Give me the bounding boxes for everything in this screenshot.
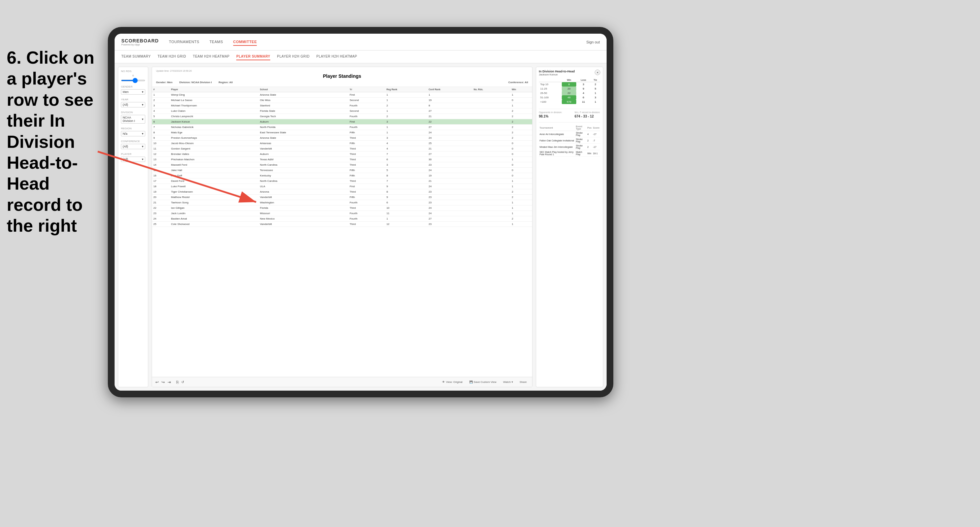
table-row[interactable]: 9 Preston Summerhays Arizona State Third… xyxy=(152,135,532,141)
filter-conference-label: Conference xyxy=(121,140,145,143)
filter-no-rds-label: No Rds. xyxy=(121,70,145,73)
table-row[interactable]: 8 Mats Ege East Tennessee State Fifth 1 … xyxy=(152,130,532,135)
col-win: Win xyxy=(510,87,532,92)
watch-btn[interactable]: Watch ▾ xyxy=(501,380,515,384)
h2h-row: 51-100 46 6 3 xyxy=(539,95,600,100)
tablet-screen: SCOREBOARD Powered by clippi TOURNAMENTS… xyxy=(115,34,606,390)
sub-nav-team-summary[interactable]: TEAM SUMMARY xyxy=(121,53,151,60)
col-event-type: Event Type xyxy=(575,125,587,131)
filter-year-value[interactable]: (All) ▾ xyxy=(121,102,145,108)
view-original-btn[interactable]: 👁 View: Original xyxy=(440,380,465,384)
table-row[interactable]: 6 Jackson Koivun Auburn First 3 22 2 xyxy=(152,119,532,125)
copy-btn[interactable]: ⎘ xyxy=(176,380,178,384)
h2h-table: Win Loss Tie Top 10 8 3 2 11-25 20 9 5 2… xyxy=(539,78,600,104)
nav-committee[interactable]: COMMITTEE xyxy=(233,38,257,46)
col-pos: Pos xyxy=(587,125,592,131)
filter-conference: Conference (All) ▾ xyxy=(121,140,145,149)
table-row[interactable]: 13 Phichaksn Maichon Texas A&M Third 6 3… xyxy=(152,157,532,162)
table-row[interactable]: 22 Ian Gilligan Florida Third 10 24 1 xyxy=(152,205,532,211)
center-panel: Update time: 27/03/2024 16:56:26 Player … xyxy=(152,67,533,387)
wlt-label: W-L-T record in-division: xyxy=(574,111,600,113)
sub-nav-player-summary[interactable]: PLAYER SUMMARY xyxy=(236,53,270,60)
table-row[interactable]: 20 Matthew Riedel Vanderbilt Fifth 9 23 … xyxy=(152,195,532,200)
sub-nav: TEAM SUMMARY TEAM H2H GRID TEAM H2H HEAT… xyxy=(115,51,606,63)
sub-nav-team-h2h-heatmap[interactable]: TEAM H2H HEATMAP xyxy=(193,53,229,60)
table-row[interactable]: 11 Gordon Sargent Vanderbilt Third 4 21 … xyxy=(152,146,532,152)
player-table: # Player School Yr Reg Rank Conf Rank No… xyxy=(152,87,532,377)
sub-nav-team-h2h-grid[interactable]: TEAM H2H GRID xyxy=(158,53,186,60)
tablet-frame: SCOREBOARD Powered by clippi TOURNAMENTS… xyxy=(108,27,613,397)
filter-player-value[interactable]: (All) ▾ xyxy=(121,157,145,162)
filter-year: Year (All) ▾ xyxy=(121,98,145,108)
col-reg-rank: Reg Rank xyxy=(385,87,427,92)
table-row[interactable]: 15 Jake Hall Tennessee Fifth 5 24 0 xyxy=(152,168,532,173)
logo-area: SCOREBOARD Powered by clippi xyxy=(121,38,159,46)
save-custom-btn[interactable]: 💾 Save Custom View xyxy=(468,380,498,384)
main-content: No Rds. 6 Gender Men ▾ Year (All) ▾ xyxy=(115,63,606,390)
table-row[interactable]: 1 Wenyi Ding Arizona State First 1 1 1 xyxy=(152,92,532,98)
stats-row: Opponents in division: 98.1% W-L-T recor… xyxy=(539,111,600,118)
table-row[interactable]: 10 Jacob Mou-Olesen Arkansas Fifth 4 25 … xyxy=(152,141,532,146)
col-conf-rank: Conf Rank xyxy=(427,87,473,92)
redo-btn[interactable]: ↪ xyxy=(161,380,165,384)
record: 674 - 33 - 12 xyxy=(574,114,600,118)
reset-btn[interactable]: ↺ xyxy=(181,380,184,384)
tournament-table: Tournament Event Type Pos Score Amer Ari… xyxy=(539,125,600,157)
nav-tournaments[interactable]: TOURNAMENTS xyxy=(169,38,199,46)
undo-btn[interactable]: ↩ xyxy=(155,380,159,384)
col-score: Score xyxy=(592,125,600,131)
table-row[interactable]: 18 Luke Powell ULA First 9 24 1 xyxy=(152,184,532,189)
update-time: Update time: 27/03/2024 16:56:26 xyxy=(156,70,528,72)
table-row[interactable]: 2 Michael La Sasso Ole Miss Second 1 19 … xyxy=(152,98,532,103)
filter-gender-value[interactable]: Men ▾ xyxy=(121,89,145,95)
h2h-row: 11-25 20 9 5 xyxy=(539,87,600,91)
share-btn[interactable]: Share xyxy=(518,380,529,384)
table-row[interactable]: 19 Tiger Christiansen Arizona Third 8 23… xyxy=(152,189,532,195)
table-row[interactable]: 7 Nicholas Gabrelcik North Florida Fourt… xyxy=(152,125,532,130)
filter-region-value[interactable]: N/a ▾ xyxy=(121,131,145,137)
table-row[interactable]: 5 Christo Lamprecht Georgia Tech Fourth … xyxy=(152,114,532,119)
h2h-header: In Division Head-to-Head Jackson Koivun … xyxy=(539,70,600,76)
table-row[interactable]: 23 Jack Lundin Missouri Fourth 11 24 1 xyxy=(152,211,532,216)
tournament-row: SEC Match Play hosted by Jerry Pate Roun… xyxy=(539,150,600,157)
nav-teams[interactable]: TEAMS xyxy=(209,38,223,46)
table-row[interactable]: 3 Michael Thorbjornsen Stanford Fourth 2… xyxy=(152,103,532,108)
h2h-title: In Division Head-to-Head xyxy=(539,70,575,73)
filter-division-value[interactable]: NCAA Division I ▾ xyxy=(121,115,145,124)
filter-row: Gender: Men Division: NCAA Division I Re… xyxy=(156,81,528,84)
col-tournament: Tournament xyxy=(539,125,575,131)
col-school: School xyxy=(258,87,348,92)
logo-subtitle: Powered by clippi xyxy=(121,43,159,46)
standings-title: Player Standings xyxy=(156,73,528,79)
nav-items: TOURNAMENTS TEAMS COMMITTEE xyxy=(169,38,586,46)
filter-conference-value[interactable]: (All) ▾ xyxy=(121,144,145,149)
filter-no-rds: No Rds. 6 xyxy=(121,70,145,82)
close-button[interactable]: ✕ xyxy=(595,70,600,75)
table-row[interactable]: 25 Cole Sherwood Vanderbilt Third 12 23 … xyxy=(152,222,532,227)
h2h-row: Top 10 8 3 2 xyxy=(539,82,600,87)
table-row[interactable]: 12 Brendan Valles Auburn Third 7 27 0 xyxy=(152,152,532,157)
col-no-rds: No. Rds. xyxy=(472,87,510,92)
table-row[interactable]: 17 David Ford North Carolina Third 7 21 … xyxy=(152,178,532,184)
tournament-row: Amer Ari Intercollegiate Stroke Play 4 -… xyxy=(539,131,600,137)
tournament-row: Mirabel Maui Jim Intercollegiate Stroke … xyxy=(539,144,600,150)
no-rds-slider[interactable] xyxy=(121,80,145,81)
filter-gender-label: Gender xyxy=(121,85,145,88)
forward-btn[interactable]: ⇥ xyxy=(167,380,171,384)
table-row[interactable]: 24 Bastien Amat New Mexico Fourth 1 27 2 xyxy=(152,216,532,222)
filter-player-label: Player xyxy=(121,152,145,156)
table-row[interactable]: 21 Taehoon Song Washington Fourth 6 23 1 xyxy=(152,200,532,205)
table-row[interactable]: 16 Alex Goff Kentucky Fifth 8 19 0 xyxy=(152,173,532,178)
sign-out-button[interactable]: Sign out xyxy=(586,40,600,44)
filter-year-label: Year xyxy=(121,98,145,101)
sub-nav-player-h2h-grid[interactable]: PLAYER H2H GRID xyxy=(277,53,310,60)
h2h-panel: In Division Head-to-Head Jackson Koivun … xyxy=(536,67,603,387)
percentage: 98.1% xyxy=(539,114,562,118)
table-row[interactable]: 14 Maxwell Ford North Carolina Third 3 2… xyxy=(152,162,532,168)
table-row[interactable]: 4 Luke Claton Florida State Second 1 27 … xyxy=(152,108,532,114)
col-rank: # xyxy=(152,87,170,92)
sub-nav-player-h2h-heatmap[interactable]: PLAYER H2H HEATMAP xyxy=(317,53,357,60)
filter-division-label: Division xyxy=(121,111,145,114)
filter-gender: Gender Men ▾ xyxy=(121,85,145,95)
h2h-player: Jackson Koivun xyxy=(539,73,575,76)
